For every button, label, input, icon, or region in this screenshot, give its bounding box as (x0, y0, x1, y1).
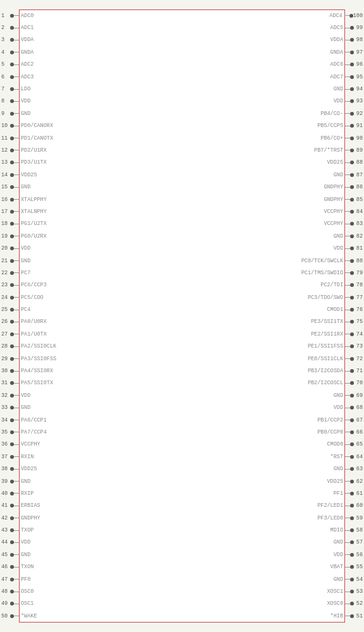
pin-number: 100 (353, 13, 364, 19)
pin-label: PA5/SSI0TX (19, 380, 55, 386)
pin-number: 46 (0, 564, 10, 570)
pin-number: 19 (0, 233, 10, 240)
pin-line (345, 211, 350, 212)
pin-line (345, 481, 350, 482)
pin-label: VDD (332, 404, 345, 411)
pin-label: VDD25 (325, 159, 345, 166)
pin-line (14, 199, 19, 200)
pin-line (345, 567, 350, 568)
right-pin-56: 56 VDD (269, 549, 364, 561)
left-pin-32: 32 VDD (0, 390, 95, 402)
pin-line (14, 28, 19, 28)
pin-label: GNDPHY (322, 197, 345, 203)
pin-label: PF1 (332, 490, 345, 497)
right-pin-65: 65 CMOD0 (269, 439, 364, 451)
pin-label: *RST (329, 454, 345, 460)
pin-line (14, 456, 19, 457)
left-pin-37: 37 RXIN (0, 451, 95, 463)
pin-label: *WAKE (19, 613, 39, 619)
pin-number: 7 (0, 86, 10, 92)
pin-label: PE3/SSI1TX (309, 319, 345, 325)
pin-label: ADC7 (329, 74, 345, 80)
pin-label: ADC5 (329, 25, 345, 31)
pin-label: PC5/COO (19, 295, 46, 301)
pin-number: 45 (0, 552, 10, 558)
pin-number: 52 (354, 600, 364, 607)
right-pin-92: 92 PB4/CO- (269, 108, 364, 120)
pin-label: PD2/U1RX (19, 147, 49, 154)
pin-label: PB6/CO+ (318, 135, 345, 142)
pin-label: PC0/TCK/SWCLK (300, 258, 345, 264)
pin-line (14, 444, 19, 445)
pin-label: GNDA (19, 49, 35, 56)
pin-label: PB2/I2COSCL (306, 380, 345, 386)
pin-label: PE0/SSI1CLK (306, 356, 345, 362)
pin-number: 62 (354, 478, 364, 485)
pin-label: CMOD0 (325, 441, 345, 447)
pin-line (345, 383, 350, 384)
pin-number: 54 (354, 576, 364, 583)
pin-line (14, 395, 19, 396)
pin-label: GND (332, 86, 345, 92)
pin-number: 44 (0, 539, 10, 545)
right-pin-85: 85 GNDPHY (269, 193, 364, 205)
pin-line (345, 358, 350, 359)
pin-label: VDD (19, 245, 32, 252)
left-pin-19: 19 PG0/U2RX (0, 230, 95, 242)
pin-line (345, 76, 350, 77)
pin-label: *HIB (329, 613, 345, 619)
right-pin-87: 87 GND (269, 169, 364, 181)
pin-label: GNDA (329, 49, 345, 56)
left-pin-3: 3 VDDA (0, 34, 95, 46)
pin-line (14, 174, 19, 175)
right-pin-96: 96 ADC6 (269, 59, 364, 71)
pin-number: 53 (354, 588, 364, 595)
pin-number: 83 (354, 221, 364, 227)
left-pin-18: 18 PG1/U2TX (0, 218, 95, 230)
pin-number: 21 (0, 258, 10, 264)
pin-label: PC1/TMS/SWDIO (300, 270, 345, 276)
left-pin-31: 31 PA5/SSI0TX (0, 377, 95, 389)
pin-number: 28 (0, 343, 10, 349)
left-pin-13: 13 PD3/U1TX (0, 157, 95, 169)
pin-label: PC4 (19, 307, 32, 313)
pin-number: 87 (354, 172, 364, 178)
pin-number: 99 (354, 25, 364, 31)
pin-number: 88 (354, 159, 364, 166)
left-pin-35: 35 PA7/CCP4 (0, 427, 95, 439)
pin-line (345, 506, 350, 506)
right-pin-94: 94 GND (269, 83, 364, 95)
pin-label: CMOD1 (325, 307, 345, 313)
pin-label: ADC0 (19, 13, 35, 19)
left-pins: 1 ADC0 2 ADC1 3 VDDA 4 GNDA 5 ADC2 6 ADC… (0, 9, 95, 623)
pin-label: RXIN (19, 454, 35, 460)
pin-line (14, 138, 19, 138)
pin-label: ERBIAS (19, 502, 42, 509)
pin-label: PA3/SSI0FSS (19, 356, 58, 362)
pin-label: GND (332, 172, 345, 178)
left-pin-6: 6 ADC3 (0, 71, 95, 83)
pin-label: VDD (19, 392, 32, 399)
pin-line (345, 310, 350, 310)
pin-label: GND (19, 111, 32, 117)
pin-label: PA2/SSI0CLK (19, 343, 58, 349)
pin-line (344, 15, 349, 16)
left-pin-47: 47 PF0 (0, 573, 95, 585)
pin-number: 24 (0, 295, 10, 301)
pin-label: XOSC0 (325, 600, 345, 607)
right-pin-66: 66 PB0/CCP0 (269, 427, 364, 439)
pin-number: 8 (0, 98, 10, 104)
pin-label: GND (332, 233, 345, 240)
pin-line (345, 579, 350, 580)
pin-label: VCCPHY (19, 441, 42, 447)
pin-line (14, 236, 19, 236)
pin-number: 40 (0, 490, 10, 497)
pin-number: 68 (354, 404, 364, 411)
pin-number: 17 (0, 209, 10, 215)
pin-line (345, 616, 350, 616)
pin-line (14, 481, 19, 482)
pin-label: PB7/*TRST (312, 147, 345, 154)
right-pin-69: 69 GND (269, 390, 364, 402)
pin-label: VCCPHY (322, 209, 345, 215)
pin-line (14, 322, 19, 322)
